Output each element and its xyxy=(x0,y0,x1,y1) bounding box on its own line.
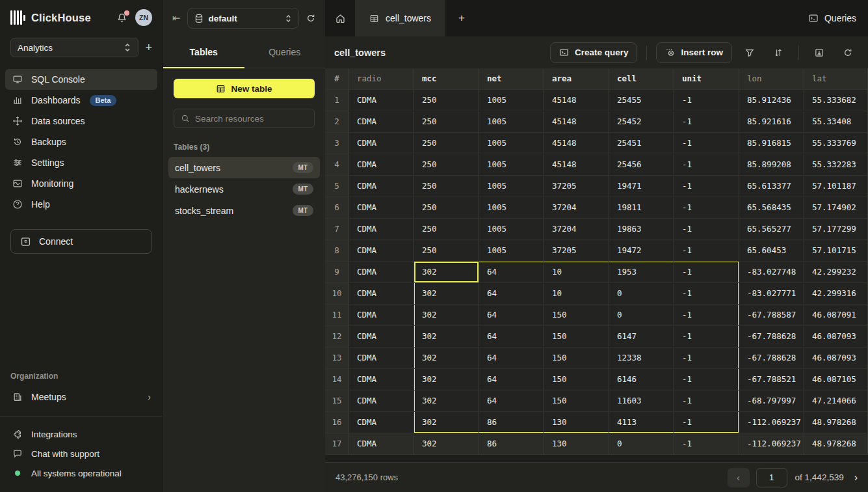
next-page-button[interactable]: › xyxy=(854,472,858,484)
grid-cell[interactable]: -1 xyxy=(674,283,739,305)
grid-cell[interactable]: 47.214066 xyxy=(804,390,868,412)
sidebar-item-monitoring[interactable]: Monitoring xyxy=(5,173,157,194)
collapse-panel-icon[interactable]: ⇤ xyxy=(172,12,181,24)
grid-cell[interactable]: 46.087105 xyxy=(804,369,868,390)
grid-cell[interactable]: 85.912436 xyxy=(739,90,804,111)
grid-cell[interactable]: 85.921616 xyxy=(739,111,804,133)
column-header-cell[interactable]: cell xyxy=(609,68,674,90)
new-table-button[interactable]: New table xyxy=(174,79,315,98)
grid-cell[interactable]: 1005 xyxy=(479,240,544,262)
grid-cell[interactable]: 19863 xyxy=(609,219,674,240)
grid-cell[interactable]: 48.978268 xyxy=(804,433,868,455)
grid-cell[interactable]: -1 xyxy=(674,197,739,219)
grid-cell[interactable]: 57.174902 xyxy=(804,197,868,219)
grid-cell[interactable]: 85.916815 xyxy=(739,133,804,154)
refresh-table-button[interactable] xyxy=(837,48,859,58)
grid-cell[interactable]: CDMA xyxy=(349,262,414,283)
grid-cell[interactable]: 150 xyxy=(544,369,609,390)
grid-cell[interactable]: -1 xyxy=(674,326,739,348)
column-header-lon[interactable]: lon xyxy=(739,68,804,90)
grid-cell[interactable]: 0 xyxy=(609,283,674,305)
grid-cell[interactable]: 12338 xyxy=(609,348,674,369)
grid-cell[interactable]: CDMA xyxy=(349,369,414,390)
grid-cell[interactable]: 25452 xyxy=(609,111,674,133)
row-number[interactable]: 15 xyxy=(325,390,349,412)
grid-cell[interactable]: 64 xyxy=(479,283,544,305)
row-number[interactable]: 11 xyxy=(325,305,349,326)
grid-cell[interactable]: 46.087093 xyxy=(804,348,868,369)
database-selector[interactable]: default xyxy=(187,8,299,29)
grid-cell[interactable]: 1005 xyxy=(479,133,544,154)
grid-cell[interactable]: -1 xyxy=(674,412,739,433)
column-header-radio[interactable]: radio xyxy=(349,68,414,90)
grid-cell[interactable]: 250 xyxy=(414,176,479,197)
row-number[interactable]: 2 xyxy=(325,111,349,133)
sidebar-item-data-sources[interactable]: Data sources xyxy=(5,111,157,131)
grid-cell[interactable]: 150 xyxy=(544,390,609,412)
grid-cell[interactable]: 250 xyxy=(414,154,479,176)
grid-cell[interactable]: CDMA xyxy=(349,219,414,240)
row-number[interactable]: 12 xyxy=(325,326,349,348)
grid-cell[interactable]: 86 xyxy=(479,433,544,455)
home-button[interactable] xyxy=(325,0,355,36)
column-header-index[interactable]: # xyxy=(325,68,349,90)
sidebar-item-dashboards[interactable]: Dashboards Beta xyxy=(5,90,157,111)
grid-cell[interactable]: 302 xyxy=(414,348,479,369)
sidebar-item-settings[interactable]: Settings xyxy=(5,152,157,173)
grid-cell[interactable]: 302 xyxy=(414,262,479,283)
doc-tab-cell-towers[interactable]: cell_towers xyxy=(355,0,445,36)
avatar[interactable]: ZN xyxy=(135,9,152,26)
table-item-stocks-stream[interactable]: stocks_stream MT xyxy=(168,200,320,221)
grid-cell[interactable]: 302 xyxy=(414,390,479,412)
grid-cell[interactable]: CDMA xyxy=(349,176,414,197)
grid-cell[interactable]: 57.101187 xyxy=(804,176,868,197)
grid-cell[interactable]: 64 xyxy=(479,305,544,326)
table-item-hackernews[interactable]: hackernews MT xyxy=(168,178,320,200)
refresh-icon[interactable] xyxy=(306,13,316,23)
grid-cell[interactable]: 19472 xyxy=(609,240,674,262)
grid-cell[interactable]: 55.333769 xyxy=(804,133,868,154)
grid-cell[interactable]: 250 xyxy=(414,240,479,262)
grid-cell[interactable]: 42.299316 xyxy=(804,283,868,305)
grid-cell[interactable]: 65.565277 xyxy=(739,219,804,240)
filter-button[interactable] xyxy=(739,48,761,58)
grid-cell[interactable]: -112.069237 xyxy=(739,433,804,455)
grid-cell[interactable]: 86 xyxy=(479,412,544,433)
grid-cell[interactable]: 65.60453 xyxy=(739,240,804,262)
grid-cell[interactable]: -1 xyxy=(674,305,739,326)
download-button[interactable] xyxy=(808,48,830,58)
grid-cell[interactable]: 25456 xyxy=(609,154,674,176)
grid-cell[interactable]: 302 xyxy=(414,433,479,455)
grid-cell[interactable]: CDMA xyxy=(349,154,414,176)
row-number[interactable]: 17 xyxy=(325,433,349,455)
grid-cell[interactable]: 250 xyxy=(414,133,479,154)
grid-cell[interactable]: -1 xyxy=(674,240,739,262)
row-number[interactable]: 10 xyxy=(325,283,349,305)
grid-cell[interactable]: -1 xyxy=(674,433,739,455)
grid-cell[interactable]: CDMA xyxy=(349,390,414,412)
grid-cell[interactable]: 250 xyxy=(414,219,479,240)
grid-cell[interactable]: 25451 xyxy=(609,133,674,154)
grid-cell[interactable]: 1005 xyxy=(479,176,544,197)
row-number[interactable]: 1 xyxy=(325,90,349,111)
row-number[interactable]: 5 xyxy=(325,176,349,197)
grid-cell[interactable]: 45148 xyxy=(544,90,609,111)
grid-cell[interactable]: -1 xyxy=(674,348,739,369)
grid-cell[interactable]: CDMA xyxy=(349,111,414,133)
grid-cell[interactable]: 150 xyxy=(544,348,609,369)
grid-cell[interactable]: 64 xyxy=(479,390,544,412)
grid-cell[interactable]: 45148 xyxy=(544,154,609,176)
grid-cell[interactable]: CDMA xyxy=(349,326,414,348)
grid-cell[interactable]: 45148 xyxy=(544,111,609,133)
grid-cell[interactable]: 37204 xyxy=(544,197,609,219)
grid-cell[interactable]: 19811 xyxy=(609,197,674,219)
grid-cell[interactable]: CDMA xyxy=(349,348,414,369)
grid-cell[interactable]: 46.087093 xyxy=(804,326,868,348)
tab-tables[interactable]: Tables xyxy=(163,36,244,68)
grid-cell[interactable]: 42.299232 xyxy=(804,262,868,283)
grid-cell[interactable]: CDMA xyxy=(349,412,414,433)
grid-cell[interactable]: 302 xyxy=(414,369,479,390)
table-item-cell-towers[interactable]: cell_towers MT xyxy=(168,157,320,178)
grid-cell[interactable]: -1 xyxy=(674,90,739,111)
grid-cell[interactable]: 6147 xyxy=(609,326,674,348)
